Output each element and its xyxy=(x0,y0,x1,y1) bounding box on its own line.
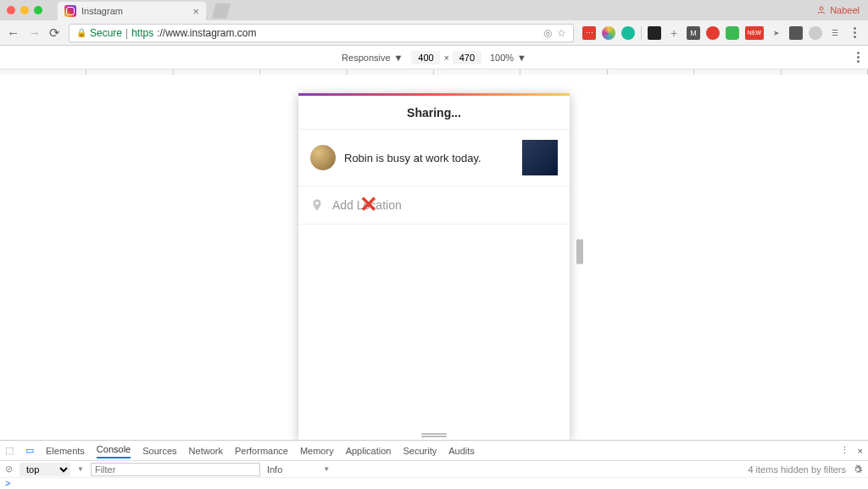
device-toggle-icon[interactable]: ▭ xyxy=(25,445,34,456)
zoom-dropdown[interactable]: 100% ▼ xyxy=(490,53,526,63)
close-window-button[interactable] xyxy=(7,6,15,14)
tab-audits[interactable]: Audits xyxy=(448,446,475,456)
device-viewport: Sharing... Robin is busy at work today. … xyxy=(0,69,868,440)
reload-button[interactable]: ⟳ xyxy=(49,25,60,41)
minimize-window-button[interactable] xyxy=(20,6,29,14)
ruler xyxy=(0,69,868,75)
chevron-down-icon: ▼ xyxy=(323,465,330,473)
share-body-blank xyxy=(298,225,570,428)
add-location-row[interactable]: Add Location ✕ xyxy=(298,186,570,225)
instagram-favicon xyxy=(64,5,76,17)
extension-icon[interactable] xyxy=(789,26,803,40)
extension-icon[interactable] xyxy=(648,26,661,40)
lock-icon: 🔒 xyxy=(76,28,86,37)
forward-button[interactable]: → xyxy=(28,25,41,40)
level-label[interactable]: Info xyxy=(267,464,282,475)
extension-buffer-icon[interactable]: ☰ xyxy=(828,26,842,40)
annotation-x-mark: ✕ xyxy=(359,192,378,218)
extension-icon[interactable] xyxy=(621,26,635,40)
extension-icon[interactable] xyxy=(726,26,739,40)
tab-application[interactable]: Application xyxy=(346,446,392,456)
share-header: Sharing... xyxy=(298,96,570,130)
gear-icon[interactable] xyxy=(853,464,863,475)
chrome-menu-icon[interactable] xyxy=(848,26,861,40)
devtools-close-icon[interactable]: × xyxy=(858,446,863,456)
devtools-menu-icon[interactable]: ⋮ xyxy=(840,445,849,456)
tab-security[interactable]: Security xyxy=(403,446,437,456)
devtools-panel: ⬚ ▭ Elements Console Sources Network Per… xyxy=(0,440,868,489)
post-preview-row: Robin is busy at work today. xyxy=(298,130,570,186)
times-icon: × xyxy=(443,53,448,63)
user-avatar[interactable] xyxy=(310,145,336,170)
omnibox-icons: ◎ ☆ xyxy=(543,27,566,39)
header-title: Sharing... xyxy=(407,106,461,119)
resize-handle-bottom[interactable] xyxy=(298,428,570,440)
svg-point-0 xyxy=(820,7,823,10)
target-icon[interactable]: ◎ xyxy=(543,27,552,39)
extension-icon[interactable] xyxy=(602,26,615,40)
new-tab-button[interactable] xyxy=(212,3,231,19)
traffic-lights xyxy=(7,6,42,14)
tab-performance[interactable]: Performance xyxy=(235,446,288,456)
device-mode-label: Responsive xyxy=(342,53,390,63)
device-mode-dropdown[interactable]: Responsive ▼ xyxy=(342,53,403,63)
chevron-down-icon: ▼ xyxy=(517,53,526,63)
separator xyxy=(641,26,642,40)
clear-console-icon[interactable]: ⊘ xyxy=(5,464,13,475)
browser-tab[interactable]: Instagram × xyxy=(58,2,206,20)
extensions-row: ⋯ + M NEW ➤ ☰ xyxy=(582,26,861,40)
zoom-label: 100% xyxy=(490,53,514,63)
extension-icon[interactable]: ➤ xyxy=(770,26,783,40)
address-toolbar: ← → ⟳ 🔒 Secure | https://www.instagram.c… xyxy=(0,20,868,46)
window-titlebar: Instagram × Nabeel xyxy=(0,0,868,20)
console-toolbar: ⊘ top ▼ Info ▼ 4 items hidden by filters xyxy=(0,461,868,478)
inspect-icon[interactable]: ⬚ xyxy=(5,445,14,456)
url-host: ://www.instagram.com xyxy=(157,27,256,39)
tab-network[interactable]: Network xyxy=(189,446,223,456)
maximize-window-button[interactable] xyxy=(34,6,42,14)
secure-label: Secure xyxy=(90,27,122,39)
device-toolbar: Responsive ▼ × 100% ▼ xyxy=(0,46,868,69)
chevron-down-icon: ▼ xyxy=(394,53,403,63)
address-bar[interactable]: 🔒 Secure | https://www.instagram.com ◎ ☆ xyxy=(69,24,574,42)
console-prompt[interactable]: > xyxy=(0,478,868,489)
height-input[interactable] xyxy=(453,51,481,64)
profile-icon xyxy=(816,5,826,15)
tab-sources[interactable]: Sources xyxy=(142,446,176,456)
tab-elements[interactable]: Elements xyxy=(46,446,85,456)
bookmark-star-icon[interactable]: ☆ xyxy=(557,27,566,39)
extension-icon[interactable]: ⋯ xyxy=(582,26,596,40)
extension-icon[interactable] xyxy=(809,26,822,40)
back-button[interactable]: ← xyxy=(7,25,19,40)
extension-icon[interactable]: M xyxy=(687,26,700,40)
instagram-share-screen: Sharing... Robin is busy at work today. … xyxy=(298,93,570,440)
close-tab-icon[interactable]: × xyxy=(192,5,199,18)
post-thumbnail[interactable] xyxy=(522,140,558,175)
extension-icon[interactable]: + xyxy=(667,26,681,40)
profile-badge[interactable]: Nabeel xyxy=(816,5,860,15)
url-protocol: https xyxy=(131,27,153,39)
devtools-tabs: ⬚ ▭ Elements Console Sources Network Per… xyxy=(0,441,868,461)
profile-name: Nabeel xyxy=(830,5,860,15)
context-selector[interactable]: top xyxy=(19,463,70,476)
post-caption[interactable]: Robin is busy at work today. xyxy=(344,152,514,164)
tab-console[interactable]: Console xyxy=(97,444,131,458)
width-input[interactable] xyxy=(411,51,440,64)
extension-icon[interactable] xyxy=(706,26,720,40)
dimensions-group: × xyxy=(411,51,481,64)
location-pin-icon xyxy=(310,198,324,212)
hidden-items-label[interactable]: 4 items hidden by filters xyxy=(748,464,846,475)
extension-new-badge[interactable]: NEW xyxy=(745,26,764,40)
tab-title: Instagram xyxy=(81,6,123,16)
resize-handle-right[interactable] xyxy=(576,239,580,264)
filter-input[interactable] xyxy=(91,463,260,476)
device-bar-menu-icon[interactable] xyxy=(857,52,860,63)
prompt-chevron-icon: > xyxy=(5,478,10,488)
chevron-down-icon: ▼ xyxy=(77,465,84,473)
tab-memory[interactable]: Memory xyxy=(300,446,334,456)
